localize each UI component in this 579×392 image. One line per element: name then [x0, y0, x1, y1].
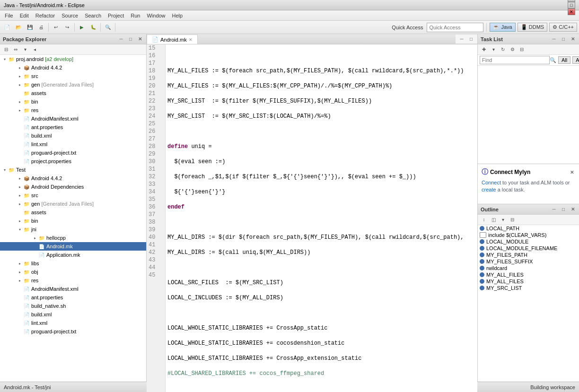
editor-minimize[interactable]: ─ [457, 35, 466, 44]
task-collapse-button[interactable]: ⊟ [518, 45, 526, 54]
editor-maximize[interactable]: □ [467, 35, 475, 44]
view-menu-button[interactable]: ▾ [21, 45, 29, 54]
task-list-maximize[interactable]: □ [560, 36, 567, 43]
outline-my-all-files-2[interactable]: MY_ALL_FILES [478, 278, 579, 285]
print-button[interactable]: 🖨 [36, 22, 46, 33]
undo-button[interactable]: ↩ [51, 22, 61, 33]
tree-item-sdk2[interactable]: ▸ 📦 Android 4.4.2 [0, 174, 146, 183]
tree-item-deps[interactable]: ▸ 📦 Android Dependencies [0, 183, 146, 191]
perspective-ddms[interactable]: 📱 DDMS [518, 23, 547, 32]
outline-sort-button[interactable]: ↕ [480, 216, 488, 224]
outline-my-files-suffix[interactable]: MY_FILES_SUFFIX [478, 258, 579, 265]
tree-item-src1[interactable]: ▸ 📁 src [0, 72, 146, 80]
tree-item-bin1[interactable]: ▸ 📁 bin [0, 97, 146, 106]
new-task-button[interactable]: ✚ [480, 45, 488, 54]
create-link[interactable]: create [482, 187, 496, 192]
tree-item-res2[interactable]: ▸ 📁 res [0, 276, 146, 285]
maximize-button[interactable]: □ [568, 2, 575, 9]
redo-button[interactable]: ↪ [62, 22, 72, 33]
tree-item-ant1[interactable]: 📄 ant.properties [0, 123, 146, 131]
outline-close[interactable]: ✕ [570, 206, 576, 213]
tab-close-button[interactable]: ✕ [189, 37, 193, 42]
tree-item-build2[interactable]: 📄 build.xml [0, 310, 146, 319]
tree-item-proguard1[interactable]: 📄 proguard-project.txt [0, 148, 146, 157]
tree-item-lint1[interactable]: 📄 lint.xml [0, 140, 146, 148]
perspective-cpp[interactable]: ⚙ C/C++ [549, 23, 577, 32]
tree-item-ant2[interactable]: 📄 ant.properties [0, 293, 146, 302]
tree-item-buildnative[interactable]: 📄 build_native.sh [0, 302, 146, 310]
tree-item-assets2[interactable]: 📁 assets [0, 208, 146, 217]
filter-all-button[interactable]: All [558, 56, 570, 64]
tree-item-assets1[interactable]: 📁 assets [0, 89, 146, 97]
tree-item-build1[interactable]: 📄 build.xml [0, 131, 146, 140]
outline-minimize[interactable]: ─ [551, 206, 557, 213]
outline-local-module-filename[interactable]: LOCAL_MODULE_FILENAME [478, 245, 579, 252]
menu-file[interactable]: File [2, 12, 16, 19]
outline-my-all-files-1[interactable]: MY_ALL_FILES [478, 271, 579, 278]
connect-link[interactable]: Connect [482, 180, 501, 185]
outline-collapse-button[interactable]: ⊟ [508, 216, 517, 224]
menu-edit[interactable]: Edit [17, 12, 32, 19]
task-list-minimize[interactable]: ─ [551, 36, 557, 43]
find-input[interactable] [480, 56, 550, 64]
tree-item-sdk1[interactable]: ▸ 📦 Android 4.4.2 [0, 63, 146, 72]
tree-item-bin2[interactable]: ▸ 📁 bin [0, 217, 146, 225]
outline-local-path[interactable]: LOCAL_PATH [478, 225, 579, 232]
quick-access-input[interactable] [427, 23, 483, 32]
tree-item-lint2[interactable]: 📄 lint.xml [0, 319, 146, 327]
activate-button[interactable]: Activate... [572, 56, 579, 64]
tree-item-test[interactable]: ▾ 📁 Test [0, 166, 146, 174]
package-explorer-close[interactable]: ✕ [137, 36, 143, 43]
outline-maximize[interactable]: □ [560, 206, 567, 213]
tree-item-src2[interactable]: ▸ 📁 src [0, 191, 146, 200]
new-button[interactable]: 📄 [2, 22, 12, 33]
open-button[interactable]: 📂 [13, 22, 24, 33]
tree-item-projprops1[interactable]: 📄 project.properties [0, 157, 146, 166]
tree-item-manifest2[interactable]: 📄 AndroidManifest.xml [0, 285, 146, 293]
tree-item-res1[interactable]: ▸ 📁 res [0, 106, 146, 114]
menu-search[interactable]: Search [82, 12, 104, 19]
menu-refactor[interactable]: Refactor [33, 12, 58, 19]
tree-item-hellocpp[interactable]: ▸ 📁 hellocpp [0, 234, 146, 242]
save-button[interactable]: 💾 [25, 22, 35, 33]
task-filter-button[interactable]: ▾ [489, 45, 498, 54]
back-button[interactable]: ◂ [30, 45, 39, 54]
menu-source[interactable]: Source [59, 12, 81, 19]
tree-item-obj[interactable]: ▸ 📁 obj [0, 268, 146, 276]
editor-tab-androidmk[interactable]: 📄 Android.mk ✕ [147, 35, 198, 44]
tree-item-manifest1[interactable]: 📄 AndroidManifest.xml [0, 114, 146, 123]
tree-item-gen2[interactable]: ▸ 📁 gen [Generated Java Files] [0, 200, 146, 208]
outline-local-module[interactable]: LOCAL_MODULE [478, 238, 579, 245]
tree-item-proj-android[interactable]: ▾ 📁 proj.android [a2 develop] [0, 55, 146, 63]
link-editor-button[interactable]: ⇔ [11, 45, 20, 54]
menu-run[interactable]: Run [128, 12, 143, 19]
menu-help[interactable]: Help [169, 12, 186, 19]
package-explorer-maximize[interactable]: □ [127, 36, 134, 43]
debug-button[interactable]: 🐛 [88, 22, 98, 33]
outline-hide-button[interactable]: ◫ [489, 216, 498, 224]
menu-window[interactable]: Window [144, 12, 168, 19]
tree-item-androidmk[interactable]: 📄 Android.mk [0, 242, 146, 251]
code-editor[interactable]: MY_ALL_FILES := $(foreach src_path,$(MY_… [166, 44, 477, 392]
search-button[interactable]: 🔍 [103, 22, 113, 33]
tree-item-libs[interactable]: ▸ 📁 libs [0, 259, 146, 268]
outline-my-files-path[interactable]: MY_FILES_PATH [478, 252, 579, 258]
tree-item-proguard2[interactable]: 📄 proguard-project.txt [0, 327, 146, 336]
task-repo-button[interactable]: ⚙ [508, 45, 517, 54]
outline-rwildcard[interactable]: rwildcard [478, 265, 579, 271]
tree-item-applicationmk[interactable]: 📄 Application.mk [0, 251, 146, 259]
close-button[interactable]: ✕ [568, 9, 575, 15]
package-explorer-minimize[interactable]: ─ [118, 36, 124, 43]
tree-item-gen1[interactable]: ▸ 📁 gen [Generated Java Files] [0, 80, 146, 89]
perspective-java[interactable]: ☕ Java [490, 23, 515, 32]
task-list-close[interactable]: ✕ [570, 36, 576, 43]
menu-project[interactable]: Project [105, 12, 127, 19]
collapse-all-button[interactable]: ⊟ [2, 45, 10, 54]
task-sync-button[interactable]: ↻ [499, 45, 507, 54]
outline-my-src-list[interactable]: MY_SRC_LIST [478, 285, 579, 291]
mylyn-close[interactable]: ✕ [569, 169, 575, 175]
outline-filter-button[interactable]: ▾ [499, 216, 507, 224]
run-button[interactable]: ▶ [77, 22, 87, 33]
tree-item-jni[interactable]: ▾ 📁 jni [0, 225, 146, 234]
outline-include-clear[interactable]: include $(CLEAR_VARS) [478, 232, 579, 238]
